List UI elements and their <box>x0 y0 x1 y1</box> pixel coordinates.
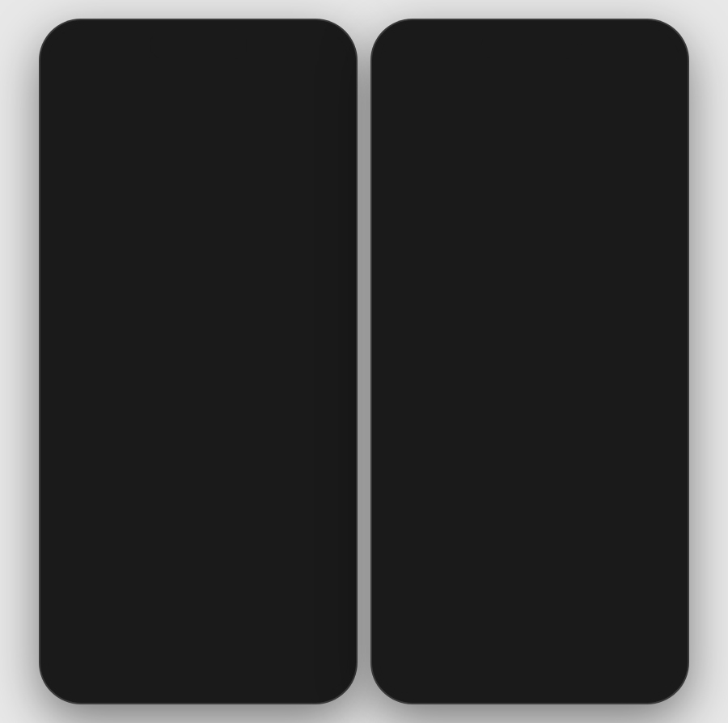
close-button-right[interactable]: × <box>645 476 655 495</box>
palm-watermark-svg <box>408 77 651 481</box>
dynamic-island-right <box>481 32 578 59</box>
length-of-stay-label: Length of stay <box>73 188 324 202</box>
status-bar-right: 7:40 ▐▐▐ ▲ 80 <box>380 436 679 470</box>
right-phone: 7:40 ▐▐▐ ▲ 80 ADD TRAVELER × ☺ <box>372 20 688 703</box>
add-traveler-field[interactable]: Add New Traveler <box>73 321 324 353</box>
battery-icon-right: 80 <box>631 450 657 463</box>
add-trip-button[interactable]: ADD TRIP <box>129 394 267 434</box>
watermark-logo: ≋ <box>482 662 493 677</box>
status-time-left: 7:40 <box>71 41 97 56</box>
trip-details-form: Length of stay August 26, 2024 📅 August … <box>49 96 348 353</box>
location-input[interactable] <box>73 137 324 171</box>
status-icons-right: ▐▐▐ ▲ 80 <box>588 450 657 463</box>
profile-circle-upload[interactable]: ☺ <box>493 553 566 626</box>
end-date-field[interactable]: August 30, 2024 📅 <box>73 253 324 288</box>
left-phone: 7:40 ▐▐▐ ▲ 80 TRIP DETAILS × Length of s… <box>40 20 356 703</box>
close-button-left[interactable]: × <box>314 69 324 87</box>
who-going-label: Who's going with you? <box>73 299 324 313</box>
profile-upload-area: ☺ Upload Profile Pic <box>380 553 679 647</box>
start-date-value: August 26, 2024 <box>86 222 168 235</box>
status-time-right: 7:40 <box>403 449 429 463</box>
start-date-field[interactable]: August 26, 2024 📅 <box>73 210 324 245</box>
left-phone-screen: 7:40 ▐▐▐ ▲ 80 TRIP DETAILS × Length of s… <box>49 28 348 695</box>
signal-icon-left: ▐▐▐ <box>256 43 279 55</box>
end-date-value: August 30, 2024 <box>86 264 168 277</box>
calendar-icon-end: 📅 <box>294 263 311 278</box>
battery-icon-left: 80 <box>299 42 325 55</box>
trip-name-input[interactable] <box>73 96 324 129</box>
left-screen-bg: 7:40 ▐▐▐ ▲ 80 TRIP DETAILS × Length of s… <box>49 28 348 695</box>
watermark: ≋ MRMAD.com.tw <box>482 662 577 677</box>
watermark-text: MRMAD.com.tw <box>497 663 577 675</box>
right-phone-screen: 7:40 ▐▐▐ ▲ 80 ADD TRAVELER × ☺ <box>380 28 679 695</box>
add-traveler-header: ADD TRAVELER × <box>380 470 679 504</box>
avatar-item-4[interactable]: 🐩 <box>601 663 655 695</box>
trip-details-header: TRIP DETAILS × <box>49 62 348 96</box>
signal-icon-right: ▐▐▐ <box>588 450 611 463</box>
wifi-icon-left: ▲ <box>284 43 294 55</box>
name-input-container <box>380 504 679 545</box>
status-icons-left: ▐▐▐ ▲ 80 <box>256 42 325 55</box>
upload-profile-label: Upload Profile Pic <box>485 634 574 647</box>
right-screen-bg: 7:40 ▐▐▐ ▲ 80 ADD TRAVELER × ☺ <box>380 28 679 695</box>
trip-details-title: TRIP DETAILS <box>150 70 247 85</box>
dog-face-1: 🐕 <box>404 663 459 695</box>
add-traveler-title: ADD TRAVELER <box>475 478 585 493</box>
calendar-icon-start: 📅 <box>294 220 311 235</box>
smiley-icon: ☺ <box>510 568 549 612</box>
home-indicator-left <box>146 683 251 687</box>
traveler-name-input[interactable] <box>404 512 655 545</box>
wifi-icon-right: ▲ <box>616 450 626 463</box>
add-traveler-placeholder: Add New Traveler <box>153 331 243 344</box>
dog-face-4: 🐩 <box>601 663 655 695</box>
dynamic-island-left <box>150 32 247 59</box>
avatar-item-1[interactable]: 🐕 <box>404 663 459 695</box>
